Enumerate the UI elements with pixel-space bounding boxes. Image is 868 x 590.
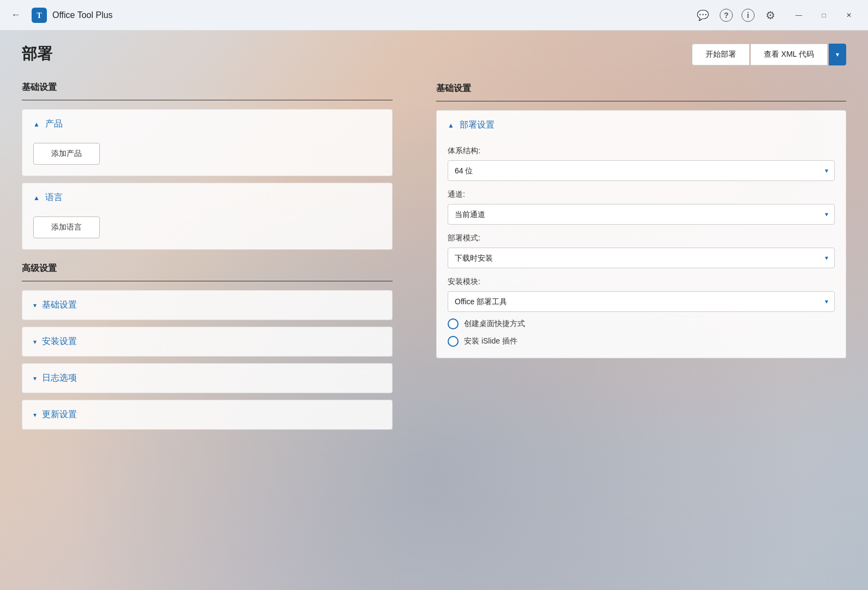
- arch-select-wrapper: 64 位 32 位 ▾: [448, 160, 835, 181]
- main-area: 部署 基础设置 ▲ 产品 添加产品 ▲ 语言: [0, 31, 868, 590]
- install-settings-accordion: ▾ 安装设置: [22, 327, 393, 357]
- update-settings-chevron-icon: ▾: [33, 411, 37, 419]
- product-accordion: ▲ 产品 添加产品: [22, 109, 393, 176]
- mode-select[interactable]: 下载时安装 仅下载 仅安装 仅卸载: [448, 248, 835, 268]
- page-header: 部署: [22, 44, 393, 64]
- channel-label: 通道:: [448, 190, 835, 200]
- app-icon: T: [31, 7, 48, 24]
- islide-plugin-label: 安装 iSlide 插件: [464, 336, 517, 346]
- advanced-settings-title: 高级设置: [22, 263, 393, 274]
- log-settings-label: 日志选项: [42, 372, 77, 384]
- desktop-shortcut-radio[interactable]: [448, 318, 459, 329]
- maximize-button[interactable]: □: [811, 7, 836, 24]
- desktop-shortcut-label: 创建桌面快捷方式: [464, 319, 525, 329]
- info-icon[interactable]: i: [742, 9, 755, 22]
- close-button[interactable]: ✕: [836, 7, 861, 24]
- titlebar-actions: 💬 ? i ⚙: [695, 7, 777, 24]
- deploy-settings-body: 体系结构: 64 位 32 位 ▾ 通道: 当前通道 测试通道: [437, 140, 846, 358]
- module-select[interactable]: Office 部署工具 Office Tool Plus: [448, 291, 835, 312]
- right-panel: 开始部署 查看 XML 代码 ▾ 基础设置 ▲ 部署设置 体系结构:: [414, 31, 868, 590]
- module-select-wrapper: Office 部署工具 Office Tool Plus ▾: [448, 291, 835, 312]
- deploy-button[interactable]: 开始部署: [692, 44, 750, 65]
- advanced-basic-label: 基础设置: [42, 299, 77, 311]
- basic-settings-divider: [22, 100, 393, 100]
- product-accordion-header[interactable]: ▲ 产品: [22, 110, 392, 139]
- basic-settings-title: 基础设置: [22, 82, 393, 93]
- chat-icon[interactable]: 💬: [695, 7, 711, 23]
- deploy-settings-label: 部署设置: [460, 119, 495, 131]
- channel-select[interactable]: 当前通道 测试通道 月度企业通道 半年企业通道: [448, 204, 835, 225]
- right-basic-divider: [436, 101, 846, 101]
- content-wrapper: 部署 基础设置 ▲ 产品 添加产品 ▲ 语言: [0, 31, 868, 590]
- minimize-button[interactable]: —: [786, 7, 811, 24]
- add-product-button[interactable]: 添加产品: [33, 143, 100, 165]
- module-label: 安装模块:: [448, 277, 835, 287]
- install-settings-label: 安装设置: [42, 336, 77, 347]
- svg-text:T: T: [37, 11, 42, 20]
- xml-button[interactable]: 查看 XML 代码: [751, 44, 828, 65]
- islide-plugin-radio[interactable]: [448, 336, 459, 347]
- advanced-basic-chevron-icon: ▾: [33, 302, 37, 309]
- arch-select[interactable]: 64 位 32 位: [448, 160, 835, 181]
- islide-plugin-item: 安装 iSlide 插件: [448, 336, 835, 347]
- log-settings-accordion: ▾ 日志选项: [22, 363, 393, 393]
- advanced-settings-divider: [22, 281, 393, 281]
- back-button[interactable]: ←: [7, 7, 25, 23]
- desktop-shortcut-item: 创建桌面快捷方式: [448, 318, 835, 329]
- channel-select-wrapper: 当前通道 测试通道 月度企业通道 半年企业通道 ▾: [448, 204, 835, 225]
- more-button[interactable]: ▾: [829, 44, 846, 65]
- update-settings-header[interactable]: ▾ 更新设置: [22, 400, 392, 429]
- deploy-settings-header[interactable]: ▲ 部署设置: [437, 111, 846, 140]
- language-accordion: ▲ 语言 添加语言: [22, 183, 393, 250]
- install-settings-chevron-icon: ▾: [33, 338, 37, 346]
- language-label: 语言: [45, 192, 63, 203]
- window-controls: — □ ✕: [786, 7, 861, 24]
- product-accordion-body: 添加产品: [22, 139, 392, 176]
- arch-label: 体系结构:: [448, 146, 835, 156]
- titlebar: ← T Office Tool Plus 💬 ? i ⚙ — □ ✕: [0, 0, 868, 31]
- right-basic-settings-title: 基础设置: [436, 83, 846, 94]
- product-label: 产品: [45, 118, 63, 130]
- update-settings-label: 更新设置: [42, 409, 77, 420]
- deploy-settings-chevron-icon: ▲: [448, 122, 454, 129]
- left-panel: 部署 基础设置 ▲ 产品 添加产品 ▲ 语言: [0, 31, 414, 590]
- product-chevron-icon: ▲: [33, 121, 40, 128]
- log-settings-header[interactable]: ▾ 日志选项: [22, 364, 392, 393]
- deploy-settings-accordion: ▲ 部署设置 体系结构: 64 位 32 位 ▾ 通道:: [436, 110, 846, 358]
- language-chevron-icon: ▲: [33, 194, 40, 202]
- update-settings-accordion: ▾ 更新设置: [22, 400, 393, 430]
- advanced-basic-accordion: ▾ 基础设置: [22, 290, 393, 320]
- advanced-basic-header[interactable]: ▾ 基础设置: [22, 291, 392, 320]
- install-settings-header[interactable]: ▾ 安装设置: [22, 327, 392, 356]
- log-settings-chevron-icon: ▾: [33, 375, 37, 382]
- gear-icon[interactable]: ⚙: [763, 7, 777, 24]
- mode-select-wrapper: 下载时安装 仅下载 仅安装 仅卸载 ▾: [448, 248, 835, 268]
- page-title: 部署: [22, 44, 52, 64]
- help-icon[interactable]: ?: [720, 9, 733, 22]
- header-buttons: 开始部署 查看 XML 代码 ▾: [692, 44, 846, 65]
- mode-label: 部署模式:: [448, 233, 835, 243]
- right-header: 开始部署 查看 XML 代码 ▾: [436, 44, 846, 65]
- app-title: Office Tool Plus: [52, 10, 695, 20]
- language-accordion-body: 添加语言: [22, 212, 392, 249]
- language-accordion-header[interactable]: ▲ 语言: [22, 183, 392, 212]
- add-language-button[interactable]: 添加语言: [33, 216, 100, 238]
